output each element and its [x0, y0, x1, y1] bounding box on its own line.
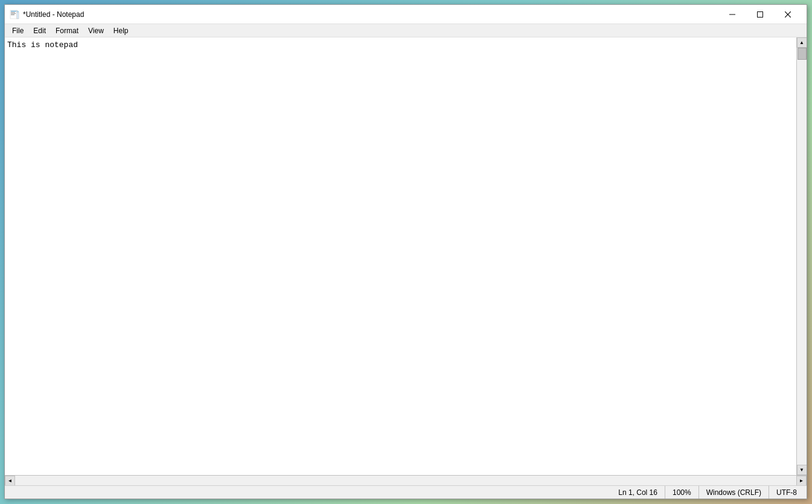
horizontal-scrollbar: ◄ ► [5, 475, 807, 485]
window-controls [718, 5, 802, 24]
vertical-scrollbar: ▲ ▼ [796, 37, 807, 475]
window-title: *Untitled - Notepad [23, 10, 718, 19]
menu-view[interactable]: View [83, 24, 109, 37]
scroll-track-horizontal[interactable] [15, 476, 796, 485]
cursor-position: Ln 1, Col 16 [611, 486, 665, 499]
line-ending: Windows (CRLF) [699, 486, 769, 499]
svg-rect-2 [11, 12, 15, 13]
text-editor[interactable]: This is notepad [5, 37, 796, 475]
scroll-thumb-vertical[interactable] [798, 48, 807, 60]
svg-rect-3 [11, 13, 16, 14]
menu-file[interactable]: File [7, 24, 28, 37]
notepad-icon [10, 10, 19, 19]
title-bar: *Untitled - Notepad [5, 5, 807, 24]
menu-help[interactable]: Help [109, 24, 133, 37]
encoding: UTF-8 [769, 486, 804, 499]
bottom-area: ◄ ► Ln 1, Col 16 100% Windows (CRLF) UTF… [5, 475, 807, 499]
zoom-level: 100% [665, 486, 699, 499]
scroll-up-button[interactable]: ▲ [797, 37, 807, 48]
svg-rect-4 [11, 14, 14, 15]
editor-container: This is notepad ▲ ▼ [5, 37, 807, 475]
status-bar: Ln 1, Col 16 100% Windows (CRLF) UTF-8 [5, 485, 807, 499]
scroll-track-vertical[interactable] [797, 48, 807, 465]
maximize-button[interactable] [746, 5, 774, 24]
svg-rect-1 [11, 11, 16, 11]
scroll-down-button[interactable]: ▼ [797, 465, 807, 475]
menu-bar: File Edit Format View Help [5, 24, 807, 37]
scroll-right-button[interactable]: ► [796, 476, 807, 486]
notepad-window: *Untitled - Notepad File Edit [4, 4, 807, 499]
svg-rect-9 [758, 11, 763, 17]
minimize-button[interactable] [718, 5, 746, 24]
scroll-left-button[interactable]: ◄ [5, 476, 15, 486]
svg-rect-7 [18, 11, 19, 12]
svg-rect-6 [17, 12, 19, 19]
menu-edit[interactable]: Edit [28, 24, 51, 37]
close-button[interactable] [774, 5, 802, 24]
menu-format[interactable]: Format [51, 24, 83, 37]
